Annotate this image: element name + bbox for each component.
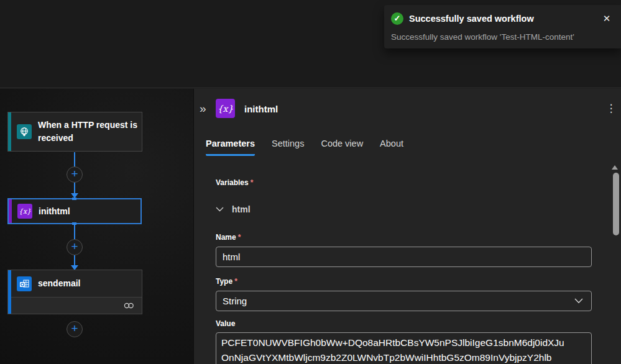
type-label: Type* (216, 277, 592, 286)
node-accent-bar (8, 112, 11, 151)
node-main-row: sendemail (8, 270, 142, 297)
panel-header: » {x} inithtml ⋮ (194, 99, 621, 120)
scrollbar-thumb[interactable] (613, 173, 619, 235)
add-action-button[interactable]: + (67, 166, 83, 183)
variable-group-toggle[interactable]: html (216, 204, 592, 214)
type-select-value: String (223, 296, 247, 306)
variable-group-label: html (232, 204, 251, 214)
outlook-icon (17, 276, 32, 291)
required-marker: * (234, 277, 237, 286)
chevron-down-icon (574, 298, 583, 304)
add-action-button[interactable]: + (67, 321, 83, 337)
connector-line (74, 225, 75, 239)
node-send-email[interactable]: sendemail (7, 270, 142, 314)
success-check-icon: ✓ (391, 12, 403, 25)
tab-parameters[interactable]: Parameters (206, 139, 255, 156)
panel-title: inithtml (244, 104, 278, 114)
workflow-canvas[interactable]: When a HTTP request is received + {x} in… (0, 89, 193, 364)
connector-anchor (72, 198, 76, 200)
variable-fx-icon: {x} (17, 204, 32, 219)
parameters-form: Variables* html Name* Type* String Value… (216, 176, 592, 364)
node-connection-row (8, 297, 142, 314)
tab-settings[interactable]: Settings (272, 139, 304, 156)
node-title: When a HTTP request is received (38, 119, 137, 145)
connection-link-icon[interactable] (123, 302, 135, 309)
panel-tabs: Parameters Settings Code view About (206, 139, 403, 156)
connector-line (74, 255, 75, 265)
node-title: sendemail (38, 277, 80, 290)
required-marker: * (238, 233, 241, 242)
close-icon[interactable]: ✕ (600, 12, 613, 25)
http-request-icon (17, 124, 32, 139)
scrollbar-up-arrow-icon[interactable] (612, 165, 618, 170)
connector-line (74, 183, 75, 193)
chevron-down-icon (216, 207, 224, 212)
toast-title: Successfully saved workflow (409, 14, 534, 24)
toast-notification: ✓ Successfully saved workflow Successful… (384, 5, 621, 48)
connector-line (74, 152, 75, 166)
more-options-icon[interactable]: ⋮ (605, 102, 617, 115)
add-action-button[interactable]: + (67, 239, 83, 255)
tab-code-view[interactable]: Code view (321, 139, 363, 156)
name-label: Name* (216, 233, 592, 242)
name-input[interactable] (216, 247, 592, 267)
variable-fx-icon: {x} (216, 99, 235, 118)
required-marker: * (251, 178, 254, 187)
type-select[interactable]: String (216, 291, 592, 311)
value-label: Value (216, 319, 592, 328)
node-accent-bar (9, 199, 12, 223)
properties-panel: » {x} inithtml ⋮ Parameters Settings Cod… (193, 89, 621, 364)
collapse-panel-icon[interactable]: » (200, 102, 205, 116)
tab-about[interactable]: About (380, 139, 403, 156)
app-window: ✓ Successfully saved workflow Successful… (0, 0, 621, 364)
node-title: inithtml (39, 205, 70, 218)
value-text-line: OnNjaGVtYXMtbWljcm9zb2Z0LWNvbTp2bWwiIHht… (221, 350, 586, 364)
node-initialize-variable[interactable]: {x} inithtml (7, 198, 142, 224)
node-http-request-trigger[interactable]: When a HTTP request is received (7, 112, 142, 152)
value-text-line: PCFET0NUWVBFIGh0bWw+DQo8aHRtbCBsYW5nPSJl… (221, 335, 586, 350)
value-textarea[interactable]: PCFET0NUWVBFIGh0bWw+DQo8aHRtbCBsYW5nPSJl… (216, 332, 592, 364)
node-accent-bar (8, 270, 11, 314)
toast-message: Successfully saved workflow 'Test-HTML-c… (391, 32, 574, 42)
variables-label: Variables* (216, 178, 253, 187)
